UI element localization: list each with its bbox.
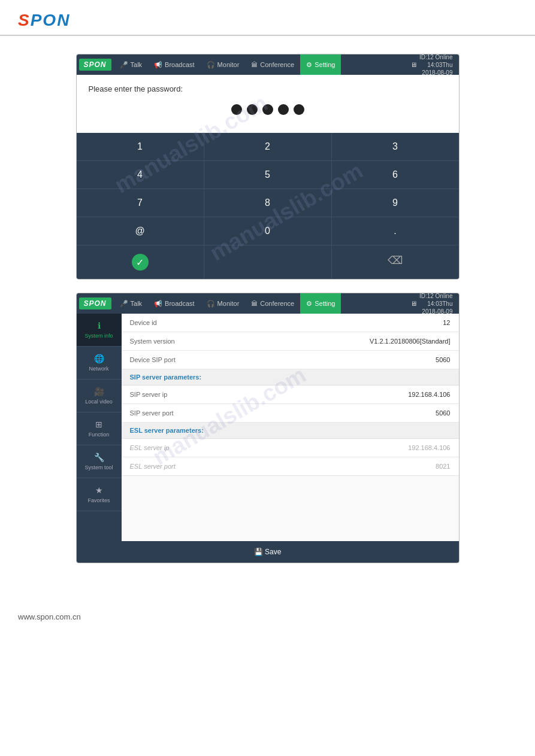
row-sip-server-ip: SIP server ip 192.168.4.106 bbox=[122, 385, 459, 404]
key-7[interactable]: 7 bbox=[77, 189, 204, 217]
save-button[interactable]: 💾 Save bbox=[77, 541, 459, 563]
dot-4 bbox=[278, 104, 289, 115]
key-empty bbox=[204, 245, 332, 279]
value-esl-server-ip: 192.168.4.106 bbox=[408, 444, 450, 451]
keypad-row-4: @ 0 . bbox=[77, 217, 459, 245]
settings-content: Device id 12 System version V1.2.1.20180… bbox=[122, 314, 459, 541]
nav-logo-1: SPON bbox=[79, 59, 111, 71]
system-info-icon: ℹ bbox=[98, 321, 101, 330]
keypad-row-1: 1 2 3 bbox=[77, 133, 459, 160]
key-at[interactable]: @ bbox=[77, 217, 204, 245]
dot-5 bbox=[294, 104, 304, 115]
nav-item-conference-2[interactable]: 🏛 Conference bbox=[245, 293, 300, 314]
key-8[interactable]: 8 bbox=[204, 189, 332, 217]
nav-item-conference-1[interactable]: 🏛 Conference bbox=[245, 54, 300, 75]
key-dot[interactable]: . bbox=[332, 217, 459, 245]
status-icon-2: 🖥 bbox=[410, 300, 417, 307]
footer-url: www.spon.com.cn bbox=[18, 612, 81, 621]
talk-icon-1: 🎤 bbox=[120, 61, 128, 69]
settings-body: ℹ System info 🌐 Network 🎥 Local video ⊞ … bbox=[77, 314, 459, 541]
nav-status-2: 🖥 ID:12 Online 14:03Thu 2018-08-09 bbox=[410, 293, 457, 315]
key-4[interactable]: 4 bbox=[77, 161, 204, 189]
row-sip-server-port: SIP server port 5060 bbox=[122, 404, 459, 423]
nav-bar-2: SPON 🎤 Talk 📢 Broadcast 🎧 Monitor 🏛 Conf… bbox=[77, 293, 459, 314]
broadcast-icon-2: 📢 bbox=[154, 300, 162, 308]
sidebar-item-network[interactable]: 🌐 Network bbox=[77, 347, 122, 379]
value-system-version: V1.2.1.20180806[Standard] bbox=[370, 338, 451, 345]
conference-icon-2: 🏛 bbox=[251, 300, 258, 307]
settings-device-panel: SPON 🎤 Talk 📢 Broadcast 🎧 Monitor 🏛 Conf… bbox=[76, 293, 460, 563]
key-9[interactable]: 9 bbox=[332, 189, 459, 217]
section-esl-server: ESL server parameters: bbox=[122, 423, 459, 439]
page-header: SPON bbox=[0, 0, 535, 36]
value-sip-server-port: 5060 bbox=[436, 409, 450, 417]
key-5[interactable]: 5 bbox=[204, 161, 332, 189]
password-prompt: Please enter the password: bbox=[89, 84, 447, 93]
label-device-sip-port: Device SIP port bbox=[130, 356, 176, 363]
main-content: SPON 🎤 Talk 📢 Broadcast 🎧 Monitor 🏛 Conf… bbox=[0, 36, 535, 575]
dot-2 bbox=[247, 104, 258, 115]
keypad-row-2: 4 5 6 bbox=[77, 160, 459, 189]
content-spacer bbox=[122, 476, 459, 524]
sidebar: ℹ System info 🌐 Network 🎥 Local video ⊞ … bbox=[77, 314, 122, 541]
page-footer: www.spon.com.cn bbox=[0, 599, 535, 634]
nav-item-monitor-1[interactable]: 🎧 Monitor bbox=[201, 54, 246, 75]
status-icon-1: 🖥 bbox=[410, 61, 417, 68]
sidebar-item-local-video[interactable]: 🎥 Local video bbox=[77, 379, 122, 412]
sidebar-item-function[interactable]: ⊞ Function bbox=[77, 412, 122, 445]
network-icon: 🌐 bbox=[94, 354, 104, 363]
key-3[interactable]: 3 bbox=[332, 133, 459, 160]
label-esl-server-port: ESL server port bbox=[130, 463, 176, 470]
broadcast-icon-1: 📢 bbox=[154, 61, 162, 69]
nav-item-broadcast-1[interactable]: 📢 Broadcast bbox=[148, 54, 201, 75]
label-esl-server-ip: ESL server ip bbox=[130, 444, 170, 451]
conference-icon-1: 🏛 bbox=[251, 61, 258, 68]
label-sip-server-ip: SIP server ip bbox=[130, 391, 168, 398]
label-sip-server-port: SIP server port bbox=[130, 409, 174, 417]
row-esl-server-port: ESL server port 8021 bbox=[122, 457, 459, 476]
row-device-id: Device id 12 bbox=[122, 314, 459, 332]
row-esl-server-ip: ESL server ip 192.168.4.106 bbox=[122, 439, 459, 457]
nav-item-setting-1[interactable]: ⚙ Setting bbox=[300, 54, 341, 75]
local-video-icon: 🎥 bbox=[94, 387, 104, 396]
system-tool-icon: 🔧 bbox=[94, 453, 104, 462]
sidebar-item-system-info[interactable]: ℹ System info bbox=[77, 314, 122, 347]
nav-item-setting-2[interactable]: ⚙ Setting bbox=[300, 293, 341, 314]
time-block-1: ID:12 Online 14:03Thu 2018-08-09 bbox=[419, 54, 453, 77]
key-1[interactable]: 1 bbox=[77, 133, 204, 160]
confirm-check-icon: ✓ bbox=[132, 254, 149, 271]
section-sip-server: SIP server parameters: bbox=[122, 369, 459, 385]
row-sip-port: Device SIP port 5060 bbox=[122, 351, 459, 369]
row-system-version: System version V1.2.1.20180806[Standard] bbox=[122, 332, 459, 351]
password-dots bbox=[89, 104, 447, 115]
dot-1 bbox=[231, 104, 242, 115]
label-system-version: System version bbox=[130, 338, 175, 345]
password-device-panel: SPON 🎤 Talk 📢 Broadcast 🎧 Monitor 🏛 Conf… bbox=[76, 54, 460, 280]
sidebar-item-favorites[interactable]: ★ Favorites bbox=[77, 478, 122, 511]
key-0[interactable]: 0 bbox=[204, 217, 332, 245]
value-sip-server-ip: 192.168.4.106 bbox=[408, 391, 450, 398]
nav-status-1: 🖥 ID:12 Online 14:03Thu 2018-08-09 bbox=[410, 54, 457, 77]
key-6[interactable]: 6 bbox=[332, 161, 459, 189]
value-device-sip-port: 5060 bbox=[436, 356, 450, 363]
function-icon: ⊞ bbox=[95, 420, 102, 429]
label-device-id: Device id bbox=[130, 319, 157, 326]
value-esl-server-port: 8021 bbox=[436, 463, 450, 470]
nav-logo-2: SPON bbox=[79, 297, 111, 309]
backspace-icon: ⌫ bbox=[388, 254, 403, 266]
spon-logo: SPON bbox=[18, 11, 517, 30]
nav-item-talk-2[interactable]: 🎤 Talk bbox=[114, 293, 149, 314]
key-2[interactable]: 2 bbox=[204, 133, 332, 160]
key-backspace[interactable]: ⌫ bbox=[332, 245, 459, 279]
nav-item-talk-1[interactable]: 🎤 Talk bbox=[114, 54, 149, 75]
dot-3 bbox=[262, 104, 273, 115]
nav-item-broadcast-2[interactable]: 📢 Broadcast bbox=[148, 293, 201, 314]
password-entry-area: Please enter the password: bbox=[77, 75, 459, 133]
keypad-row-5: ✓ ⌫ bbox=[77, 245, 459, 279]
monitor-icon-1: 🎧 bbox=[207, 61, 215, 69]
sidebar-item-system-tool[interactable]: 🔧 System tool bbox=[77, 445, 122, 478]
nav-item-monitor-2[interactable]: 🎧 Monitor bbox=[201, 293, 246, 314]
monitor-icon-2: 🎧 bbox=[207, 300, 215, 308]
keypad: 1 2 3 4 5 6 7 8 9 @ 0 . ✓ bbox=[77, 133, 459, 279]
key-confirm[interactable]: ✓ bbox=[77, 245, 204, 279]
